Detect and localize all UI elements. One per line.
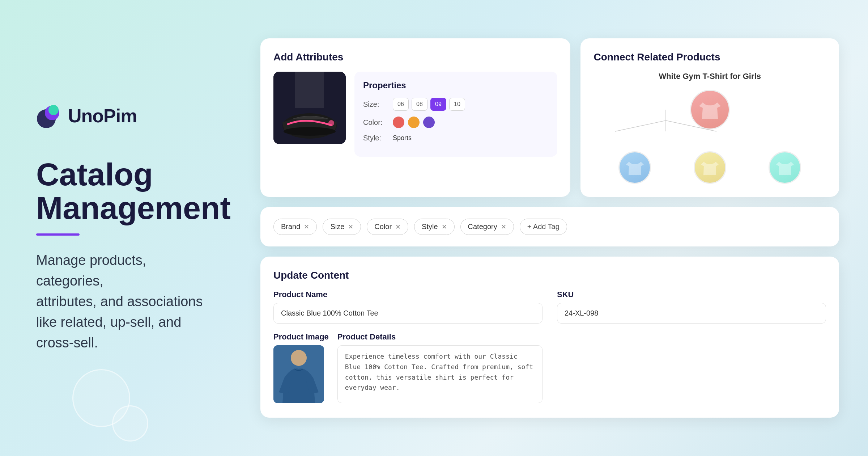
product-details-group: Product Details Experience timeless comf… (337, 332, 542, 405)
color-dot-purple[interactable] (423, 117, 435, 128)
svg-point-13 (291, 350, 307, 366)
tag-size-remove[interactable]: ✕ (348, 223, 353, 231)
connect-product-name: White Gym T-Shirt for Girls (659, 72, 761, 81)
svg-point-6 (284, 127, 336, 136)
connect-title: Connect Related Products (593, 51, 826, 63)
sku-group: SKU (557, 290, 826, 324)
logo-icon (36, 103, 62, 129)
tags-card: Brand ✕ Size ✕ Color ✕ Style ✕ Category … (260, 207, 839, 246)
tag-brand[interactable]: Brand ✕ (273, 219, 317, 235)
size-chip-08[interactable]: 08 (412, 98, 427, 111)
size-label: Size: (363, 100, 388, 109)
tag-style[interactable]: Style ✕ (414, 219, 454, 235)
shoe-image (273, 72, 346, 144)
tag-category[interactable]: Category ✕ (460, 219, 514, 235)
deco-circle-2 (112, 405, 148, 442)
subtext: Manage products, categories, attributes,… (36, 250, 217, 353)
color-label: Color: (363, 118, 388, 127)
logo-text: UnoPim (68, 105, 137, 127)
svg-point-2 (48, 105, 59, 115)
headline: Catalog Management (36, 158, 217, 225)
form-right: SKU (557, 290, 826, 405)
color-row: Color: (363, 117, 549, 128)
size-chips: 06 08 09 10 (393, 98, 465, 111)
tree-bottom (593, 151, 826, 184)
tshirt-bottom-yellow (694, 151, 726, 184)
update-content-title: Update Content (273, 270, 826, 281)
add-tag-button[interactable]: + Add Tag (520, 219, 567, 235)
svg-point-7 (328, 120, 334, 126)
accent-line (36, 233, 80, 236)
size-chip-09[interactable]: 09 (430, 98, 446, 111)
sku-input[interactable] (557, 303, 826, 324)
tree-container (593, 90, 826, 184)
style-row: Style: Sports (363, 134, 549, 142)
tag-color[interactable]: Color ✕ (367, 219, 408, 235)
logo: UnoPim (36, 103, 217, 129)
tree-top (593, 90, 826, 130)
product-name-group: Product Name (273, 290, 542, 324)
tag-brand-remove[interactable]: ✕ (304, 223, 309, 231)
update-content-card: Update Content Product Name Product Imag… (260, 257, 839, 418)
product-image-group: Product Image (273, 332, 329, 405)
color-dot-red[interactable] (393, 117, 404, 128)
tshirt-top (690, 90, 730, 130)
style-value: Sports (393, 134, 412, 142)
top-row: Add Attributes (260, 38, 839, 197)
sku-label: SKU (557, 290, 826, 299)
tshirt-bottom-mint (769, 151, 801, 184)
color-dots (393, 117, 435, 128)
tag-color-remove[interactable]: ✕ (395, 223, 401, 231)
product-name-label: Product Name (273, 290, 542, 299)
attr-inner: Properties Size: 06 08 09 (273, 72, 557, 157)
tag-size[interactable]: Size ✕ (323, 219, 361, 235)
form-left: Product Name Product Image (273, 290, 542, 405)
connect-products-card: Connect Related Products White Gym T-Shi… (580, 38, 839, 197)
product-details-section: Product Image (273, 332, 542, 405)
properties-panel: Properties Size: 06 08 09 (354, 72, 557, 157)
tshirt-bottom-blue (618, 151, 651, 184)
left-section: UnoPim Catalog Management Manage product… (0, 74, 246, 382)
product-image-box (273, 345, 324, 403)
style-label: Style: (363, 134, 388, 142)
prop-title: Properties (363, 80, 549, 90)
right-section: Add Attributes (246, 17, 868, 439)
update-form: Product Name Product Image (273, 290, 826, 405)
tag-style-remove[interactable]: ✕ (442, 223, 447, 231)
size-chip-10[interactable]: 10 (449, 98, 465, 111)
product-name-input[interactable] (273, 303, 542, 324)
size-chip-06[interactable]: 06 (393, 98, 409, 111)
product-details-label: Product Details (337, 332, 542, 342)
add-attributes-card: Add Attributes (260, 38, 570, 197)
add-attributes-title: Add Attributes (273, 51, 557, 63)
size-row: Size: 06 08 09 10 (363, 98, 549, 111)
color-dot-orange[interactable] (408, 117, 420, 128)
connect-inner: White Gym T-Shirt for Girls (593, 72, 826, 184)
product-details-textarea[interactable]: Experience timeless comfort with our Cla… (337, 345, 542, 403)
product-image-label: Product Image (273, 332, 329, 342)
svg-rect-4 (295, 72, 324, 108)
tag-category-remove[interactable]: ✕ (501, 223, 506, 231)
